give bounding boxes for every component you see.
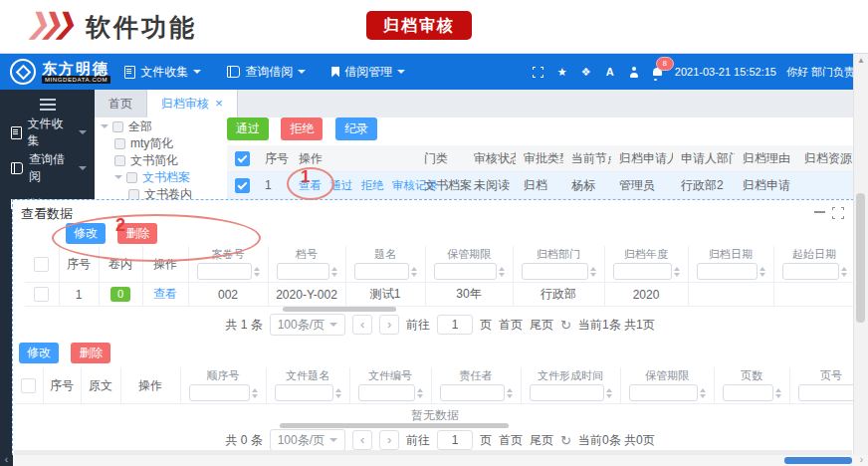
- tree-checkbox[interactable]: [114, 155, 125, 166]
- scroll-up-icon[interactable]: ▲: [857, 56, 865, 65]
- filter-input-timing[interactable]: [354, 263, 409, 280]
- caret-down-icon[interactable]: [101, 124, 108, 132]
- sort-caret-icon[interactable]: [335, 385, 341, 401]
- page-size-select[interactable]: 100条/页: [270, 314, 345, 336]
- tree-checkbox[interactable]: [114, 138, 125, 149]
- delete-button[interactable]: 删除: [71, 343, 110, 363]
- filter-input-baoguan-qixian[interactable]: [629, 384, 698, 401]
- sort-caret-icon[interactable]: [411, 264, 417, 280]
- caret-down-icon[interactable]: [114, 175, 122, 183]
- tree-checkbox[interactable]: [112, 121, 123, 132]
- tree-node-mty[interactable]: mty简化: [101, 135, 228, 151]
- horizontal-scrollbar-thumb[interactable]: [283, 307, 396, 312]
- refresh-icon[interactable]: ↻: [560, 433, 571, 448]
- horizontal-scrollbar[interactable]: ‹ ›: [0, 455, 868, 466]
- minimize-icon[interactable]: [814, 211, 825, 213]
- shield-icon[interactable]: ❖: [579, 65, 593, 79]
- filter-input-zerenzhe[interactable]: [440, 384, 505, 401]
- sort-caret-icon[interactable]: [775, 385, 781, 401]
- page-number-input[interactable]: [437, 430, 473, 450]
- sort-caret-icon[interactable]: [499, 264, 505, 280]
- prev-page-button[interactable]: ‹: [352, 430, 372, 450]
- page-number-input[interactable]: [437, 315, 473, 335]
- first-page-link[interactable]: 首页: [499, 317, 523, 334]
- filter-input-danghao[interactable]: [277, 263, 329, 280]
- sort-caret-icon[interactable]: [331, 264, 337, 280]
- close-icon[interactable]: ×: [215, 99, 223, 109]
- filter-input-guidang-riqi[interactable]: [697, 263, 758, 280]
- nav-item-file-collect[interactable]: 文件收集: [124, 64, 201, 81]
- row-checkbox[interactable]: [34, 287, 49, 302]
- approve-link[interactable]: 通过: [329, 179, 352, 191]
- sort-caret-icon[interactable]: [841, 264, 847, 280]
- record-button[interactable]: 纪录: [335, 117, 377, 140]
- filter-input-anjuanhao[interactable]: [197, 263, 252, 280]
- fullscreen-icon[interactable]: [532, 65, 545, 79]
- last-page-link[interactable]: 尾页: [530, 432, 553, 449]
- filter-input-yehao[interactable]: [798, 384, 855, 401]
- star-icon[interactable]: ★: [555, 65, 569, 79]
- tree-node-wenshu-jianhua[interactable]: 文书简化: [101, 152, 228, 168]
- inner-count-badge[interactable]: 0: [110, 287, 130, 302]
- vertical-scrollbar-thumb[interactable]: [856, 193, 865, 323]
- last-page-link[interactable]: 尾页: [530, 317, 553, 334]
- tree-checkbox[interactable]: [126, 172, 137, 183]
- sort-caret-icon[interactable]: [606, 385, 612, 401]
- modify-button[interactable]: 修改: [19, 343, 59, 363]
- review-table-row[interactable]: 1 查看 通过 拒绝 审核记录 文书档案 未阅读 归档 杨标 管理员 行政部2 …: [227, 172, 854, 199]
- modify-button[interactable]: 修改: [66, 223, 106, 244]
- view-link[interactable]: 查看: [153, 287, 177, 301]
- sort-caret-icon[interactable]: [417, 385, 423, 401]
- filter-input-wenjian-bianhao[interactable]: [358, 384, 415, 401]
- filter-input-xingcheng-shijian[interactable]: [530, 384, 604, 401]
- tab-home[interactable]: 首页: [95, 90, 147, 117]
- select-all-checkbox[interactable]: [21, 378, 36, 393]
- view-link[interactable]: 查看: [299, 179, 322, 191]
- page-size-select[interactable]: 100条/页: [270, 429, 345, 451]
- delete-button[interactable]: 删除: [117, 223, 157, 244]
- sort-caret-icon[interactable]: [254, 264, 260, 280]
- sort-caret-icon[interactable]: [700, 385, 706, 401]
- filter-input-wenjian-timing[interactable]: [275, 384, 333, 401]
- filter-input-baoguan[interactable]: [434, 263, 497, 280]
- select-all-checkbox[interactable]: [34, 257, 49, 272]
- select-all-checkbox[interactable]: [235, 151, 250, 166]
- volume-table-row[interactable]: 1 0 查看 002 2020-Y-002 测试1 30年 行政部 2020: [25, 283, 854, 307]
- tree-checkbox[interactable]: [128, 189, 139, 200]
- approve-button[interactable]: 通过: [227, 117, 269, 140]
- vertical-scrollbar[interactable]: ▲: [853, 54, 868, 466]
- tree-node-all[interactable]: 全部: [101, 118, 228, 134]
- scroll-left-icon[interactable]: ‹: [0, 455, 13, 466]
- sidebar-item-query-borrow[interactable]: 查询借阅: [0, 150, 95, 186]
- first-page-link[interactable]: 首页: [499, 432, 523, 449]
- sort-caret-icon[interactable]: [760, 264, 765, 280]
- row-checkbox[interactable]: [235, 178, 250, 193]
- nav-item-borrow-manage[interactable]: 借阅管理: [331, 64, 405, 81]
- horizontal-scrollbar-thumb[interactable]: [784, 457, 852, 464]
- filter-input-yeshu[interactable]: [723, 384, 773, 401]
- sort-caret-icon[interactable]: [590, 264, 596, 280]
- user-icon[interactable]: [627, 65, 641, 79]
- horizontal-scrollbar-thumb[interactable]: [280, 423, 509, 428]
- bell-icon[interactable]: 8: [651, 65, 665, 79]
- tab-archive-review[interactable]: 归档审核 ×: [147, 90, 238, 117]
- brand-logo[interactable]: 东方明德 MINGDEDATA.COM: [0, 59, 110, 85]
- filter-input-qishi-riqi[interactable]: [782, 263, 839, 280]
- font-size-icon[interactable]: A: [603, 65, 617, 79]
- sort-caret-icon[interactable]: [674, 264, 680, 280]
- expand-icon[interactable]: [832, 207, 844, 219]
- next-page-button[interactable]: ›: [379, 430, 399, 450]
- scroll-right-icon[interactable]: ›: [855, 455, 868, 466]
- sort-caret-icon[interactable]: [252, 385, 258, 401]
- refresh-icon[interactable]: ↻: [560, 318, 571, 333]
- reject-link[interactable]: 拒绝: [361, 179, 384, 191]
- filter-input-shunxuhao[interactable]: [189, 384, 250, 401]
- filter-input-niandu[interactable]: [613, 263, 672, 280]
- prev-page-button[interactable]: ‹: [352, 315, 372, 335]
- nav-item-query-borrow[interactable]: 查询借阅: [227, 64, 306, 81]
- next-page-button[interactable]: ›: [379, 315, 399, 335]
- sidebar-item-file-collect[interactable]: 文件收集: [0, 115, 95, 150]
- filter-input-bumen[interactable]: [522, 263, 588, 280]
- hamburger-icon[interactable]: [40, 99, 56, 111]
- sort-caret-icon[interactable]: [507, 385, 513, 401]
